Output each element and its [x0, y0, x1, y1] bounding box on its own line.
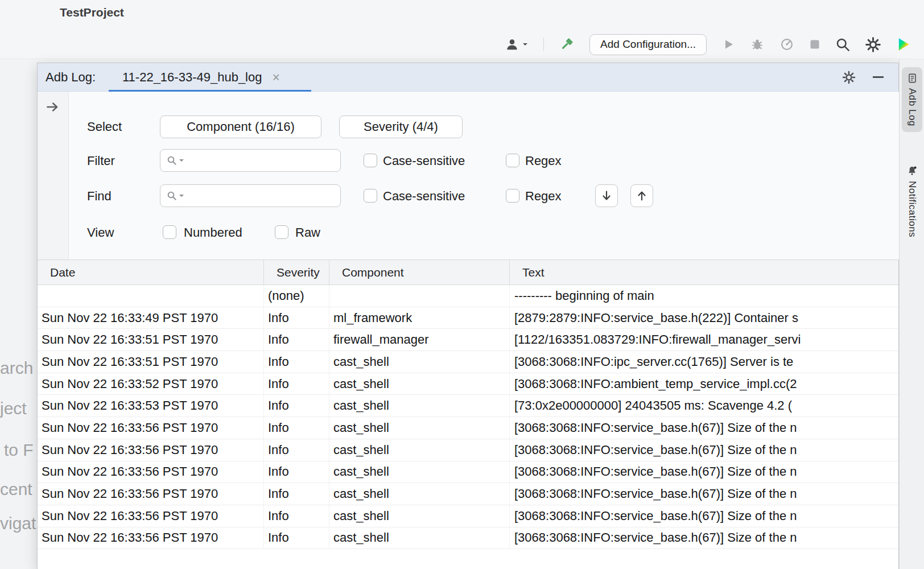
column-header-date[interactable]: Date — [38, 260, 264, 284]
stripe-tab-label: Notifications — [906, 181, 918, 237]
gear-icon — [865, 37, 881, 52]
cell-text: [3068:3068:INFO:service_base.h(67)] Size… — [510, 527, 898, 549]
panel-gutter — [38, 92, 69, 259]
cell-text: [2879:2879:INFO:service_base.h(222)] Con… — [510, 307, 898, 329]
panel-minimize-button[interactable] — [873, 76, 884, 78]
cell-date: Sun Nov 22 16:33:51 PST 1970 — [38, 329, 264, 351]
filter-case-sensitive-label: Case-sensitive — [383, 154, 465, 168]
cell-text: [73:0x2e00000000] 24043505 ms: Scavenge … — [510, 395, 898, 417]
gear-icon — [842, 71, 856, 84]
table-row[interactable]: (none) --------- beginning of main — [38, 285, 898, 307]
log-table-body: (none) --------- beginning of main Sun N… — [38, 285, 898, 569]
background-text-fragment: cent — [0, 480, 32, 499]
table-row[interactable]: Sun Nov 22 16:33:56 PST 1970 Info cast_s… — [38, 439, 898, 461]
find-case-sensitive-checkbox[interactable] — [364, 189, 377, 203]
cell-date — [38, 285, 264, 307]
build-hammer-button[interactable] — [559, 36, 575, 52]
find-previous-button[interactable] — [630, 184, 653, 207]
column-header-text[interactable]: Text — [510, 260, 898, 284]
column-header-component[interactable]: Component — [329, 260, 510, 284]
colorful-play-button[interactable] — [896, 36, 911, 52]
play-icon — [721, 38, 735, 51]
panel-settings-button[interactable] — [842, 71, 856, 84]
find-case-sensitive-label: Case-sensitive — [383, 189, 465, 204]
cell-severity: Info — [264, 417, 329, 439]
search-field-icon — [167, 191, 184, 201]
find-next-button[interactable] — [595, 184, 618, 207]
profiler-icon — [779, 37, 794, 52]
table-row[interactable]: Sun Nov 22 16:33:52 PST 1970 Info cast_s… — [38, 373, 898, 395]
user-menu-button[interactable] — [505, 37, 529, 52]
log-table-header: Date Severity Component Text — [38, 259, 898, 285]
stripe-tab-adb-log[interactable]: Adb Log — [902, 67, 922, 132]
log-tab-label: 11-22_16-33-49_hub_log — [122, 70, 262, 85]
filter-input[interactable] — [160, 149, 341, 172]
cell-severity: Info — [264, 307, 329, 329]
cell-severity: Info — [264, 329, 329, 351]
chevron-down-icon — [522, 42, 529, 47]
cell-component: cast_shell — [329, 527, 510, 549]
numbered-checkbox[interactable] — [163, 225, 176, 239]
expand-arrow-button[interactable] — [45, 100, 60, 116]
panel-minimize-icon — [873, 76, 884, 78]
settings-button[interactable] — [865, 37, 881, 52]
expand-arrow-icon — [45, 100, 60, 114]
cell-severity: Info — [264, 439, 329, 461]
find-regex-checkbox[interactable] — [506, 189, 519, 203]
add-configuration-button[interactable]: Add Configuration... — [589, 34, 707, 55]
search-icon — [835, 37, 851, 52]
cell-text: [3068:3068:INFO:ambient_temp_service_imp… — [510, 373, 898, 395]
adb-log-panel: Adb Log: 11-22_16-33-49_hub_log × — [37, 63, 899, 569]
find-input[interactable] — [160, 184, 341, 207]
table-row[interactable]: Sun Nov 22 16:33:56 PST 1970 Info cast_s… — [38, 527, 898, 550]
filter-regex-label: Regex — [525, 154, 562, 168]
cell-date: Sun Nov 22 16:33:49 PST 1970 — [38, 307, 264, 329]
cell-component: cast_shell — [329, 461, 510, 483]
search-field-icon — [167, 155, 184, 166]
cell-component — [329, 285, 510, 307]
colorful-play-icon — [896, 36, 911, 52]
cell-severity: Info — [264, 351, 329, 373]
cell-component: cast_shell — [329, 395, 510, 417]
arrow-down-icon — [600, 189, 613, 202]
table-row[interactable]: Sun Nov 22 16:33:56 PST 1970 Info cast_s… — [38, 483, 898, 505]
table-row[interactable]: Sun Nov 22 16:33:51 PST 1970 Info cast_s… — [38, 351, 898, 373]
debug-button[interactable] — [750, 37, 765, 52]
panel-header-actions — [842, 71, 898, 84]
table-row[interactable]: Sun Nov 22 16:33:51 PST 1970 Info firewa… — [38, 329, 898, 351]
filter-input-wrap — [160, 149, 341, 172]
background-text-fragment: vigat — [0, 514, 36, 533]
table-row[interactable]: Sun Nov 22 16:33:56 PST 1970 Info cast_s… — [38, 461, 898, 484]
stop-icon — [809, 39, 820, 50]
cell-component: cast_shell — [329, 439, 510, 461]
table-row[interactable]: Sun Nov 22 16:33:53 PST 1970 Info cast_s… — [38, 395, 898, 417]
table-row[interactable]: Sun Nov 22 16:33:49 PST 1970 Info ml_fra… — [38, 307, 898, 329]
raw-checkbox[interactable] — [275, 225, 288, 239]
run-button[interactable] — [721, 38, 735, 51]
profiler-button[interactable] — [779, 37, 794, 52]
cell-severity: Info — [264, 483, 329, 505]
log-file-tab[interactable]: 11-22_16-33-49_hub_log × — [109, 63, 311, 92]
table-row[interactable]: Sun Nov 22 16:33:56 PST 1970 Info cast_s… — [38, 417, 898, 439]
find-label: Find — [87, 189, 112, 204]
tab-close-icon[interactable]: × — [272, 71, 279, 84]
cell-component: cast_shell — [329, 505, 510, 527]
cell-text: [3068:3068:INFO:service_base.h(67)] Size… — [510, 483, 898, 505]
find-regex-label: Regex — [525, 189, 562, 204]
cell-date: Sun Nov 22 16:33:56 PST 1970 — [38, 483, 264, 505]
adb-log-stripe-icon — [907, 73, 918, 84]
cell-severity: Info — [264, 395, 329, 417]
search-everywhere-button[interactable] — [835, 37, 851, 52]
filter-regex-checkbox[interactable] — [506, 154, 519, 167]
filter-panel: Select Component (16/16) Severity (4/4) … — [69, 92, 899, 259]
filter-case-sensitive-checkbox[interactable] — [364, 154, 377, 167]
cell-component: ml_framework — [329, 307, 510, 329]
column-header-severity[interactable]: Severity — [264, 260, 329, 284]
component-filter-button[interactable]: Component (16/16) — [160, 116, 321, 138]
notifications-bell-icon — [906, 165, 918, 176]
stop-button[interactable] — [809, 39, 820, 50]
severity-filter-button[interactable]: Severity (4/4) — [339, 116, 463, 138]
stripe-tab-notifications[interactable]: Notifications — [902, 159, 922, 243]
title-bar: TestProject Add — [0, 0, 924, 59]
table-row[interactable]: Sun Nov 22 16:33:56 PST 1970 Info cast_s… — [38, 505, 898, 527]
